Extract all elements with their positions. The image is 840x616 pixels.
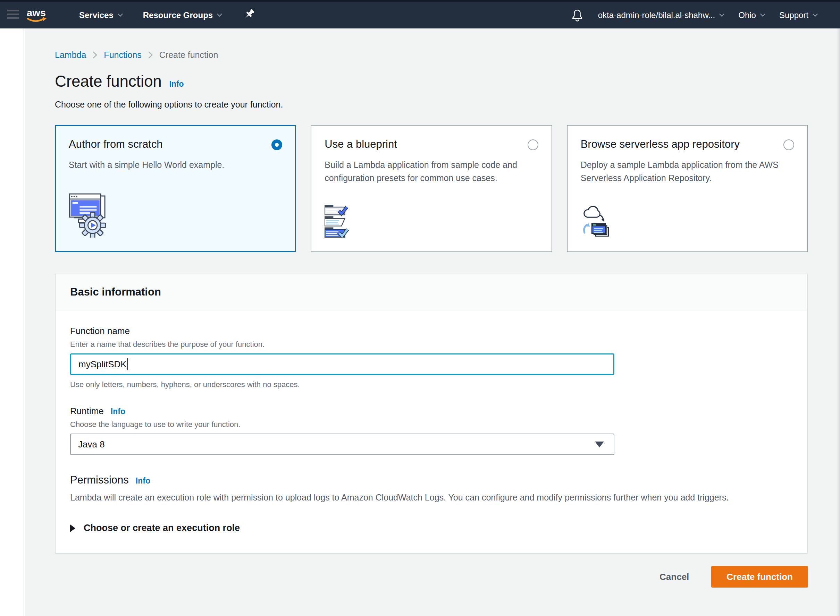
chevron-down-icon [118, 13, 123, 17]
pushpin-icon [244, 9, 255, 22]
breadcrumb-chevron-icon [92, 51, 97, 59]
account-name-label: okta-admin-role/bilal.al-shahw... [598, 10, 715, 20]
runtime-label: Runtime [70, 406, 104, 417]
chevron-down-icon [719, 13, 724, 17]
card-description: Deploy a sample Lambda application from … [581, 158, 782, 185]
card-description: Start with a simple Hello World example. [69, 158, 270, 172]
nav-region-menu[interactable]: Ohio [738, 10, 765, 20]
nav-services-label: Services [79, 10, 113, 20]
nav-support-menu[interactable]: Support [779, 10, 818, 20]
blueprint-icon [325, 205, 538, 239]
vertical-scrollbar[interactable] [837, 28, 840, 616]
chevron-down-icon [813, 13, 818, 17]
card-title: Author from scratch [69, 138, 162, 151]
runtime-selected-value: Java 8 [78, 439, 105, 450]
sidebar-toggle-button[interactable] [7, 10, 19, 21]
breadcrumb-lambda[interactable]: Lambda [55, 50, 86, 60]
creation-option-cards: Author from scratch Start with a simple … [55, 125, 808, 252]
breadcrumb-chevron-icon [148, 51, 153, 59]
permissions-description: Lambda will create an execution role wit… [70, 493, 793, 503]
aws-console-page: aws Services Resource Groups [0, 0, 840, 616]
radio-unselected-icon[interactable] [528, 139, 538, 150]
radio-selected-icon[interactable] [271, 139, 282, 150]
nav-right-group: okta-admin-role/bilal.al-shahw... Ohio S… [571, 8, 818, 22]
function-name-help: Enter a name that describes the purpose … [70, 340, 793, 349]
card-author-from-scratch[interactable]: Author from scratch Start with a simple … [55, 125, 296, 252]
runtime-select[interactable]: Java 8 [70, 434, 614, 455]
permissions-label: Permissions [70, 474, 129, 486]
breadcrumb: Lambda Functions Create function [55, 50, 808, 60]
main-content: Lambda Functions Create function Create … [25, 28, 840, 616]
caret-right-icon [70, 524, 75, 532]
title-info-link[interactable]: Info [169, 79, 184, 89]
support-label: Support [779, 10, 808, 20]
function-name-label: Function name [70, 326, 793, 336]
nav-resource-groups-label: Resource Groups [143, 10, 213, 20]
bell-icon [571, 8, 583, 22]
panel-header: Basic information [56, 274, 808, 311]
basic-information-panel: Basic information Function name Enter a … [55, 274, 808, 554]
create-function-button[interactable]: Create function [711, 566, 808, 588]
nav-services[interactable]: Services [79, 10, 123, 20]
serverless-repo-icon [581, 203, 794, 239]
pinned-shortcuts-button[interactable] [244, 9, 255, 22]
cancel-button[interactable]: Cancel [658, 571, 691, 583]
runtime-info-link[interactable]: Info [111, 407, 125, 416]
execution-role-expander[interactable]: Choose or create an execution role [70, 523, 793, 534]
author-from-scratch-icon [69, 193, 282, 239]
page-title-row: Create function Info [55, 72, 808, 91]
card-use-a-blueprint[interactable]: Use a blueprint Build a Lambda applicati… [310, 125, 552, 252]
card-title: Use a blueprint [325, 138, 397, 151]
page-subtitle: Choose one of the following options to c… [55, 100, 808, 110]
breadcrumb-current: Create function [159, 50, 218, 60]
card-browse-serverless-app-repository[interactable]: Browse serverless app repository Deploy … [567, 125, 808, 252]
nav-resource-groups[interactable]: Resource Groups [143, 10, 222, 20]
breadcrumb-functions[interactable]: Functions [104, 50, 141, 60]
text-cursor [127, 358, 128, 370]
region-label: Ohio [738, 10, 756, 20]
function-name-value: mySplitSDK [78, 359, 127, 370]
permissions-info-link[interactable]: Info [136, 476, 150, 485]
runtime-help: Choose the language to use to write your… [70, 420, 793, 429]
aws-logo[interactable]: aws [26, 7, 49, 23]
aws-logo-icon: aws [26, 7, 49, 23]
function-name-input[interactable]: mySplitSDK [70, 353, 614, 375]
dropdown-arrow-icon [595, 441, 604, 447]
page-title: Create function [55, 72, 162, 91]
card-description: Build a Lambda application from sample c… [325, 158, 526, 185]
footer-actions: Cancel Create function [55, 566, 808, 588]
chevron-down-icon [217, 13, 222, 17]
chevron-down-icon [760, 13, 765, 17]
nav-account-menu[interactable]: okta-admin-role/bilal.al-shahw... [598, 10, 725, 20]
svg-text:aws: aws [27, 7, 46, 18]
card-title: Browse serverless app repository [581, 138, 740, 151]
hamburger-menu-icon [7, 10, 19, 19]
function-name-constraint: Use only letters, numbers, hyphens, or u… [70, 380, 793, 389]
execution-role-expander-label: Choose or create an execution role [84, 523, 240, 534]
notifications-button[interactable] [571, 8, 583, 22]
radio-unselected-icon[interactable] [783, 139, 794, 150]
top-navigation-bar: aws Services Resource Groups [0, 2, 840, 28]
left-sidebar-rail [0, 28, 24, 616]
